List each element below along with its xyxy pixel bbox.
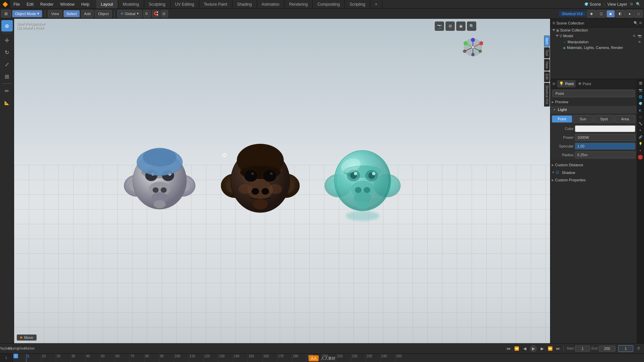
- shading-rendered-btn[interactable]: ●: [626, 10, 634, 17]
- viewport-gizmo[interactable]: [463, 37, 483, 57]
- select-menu-btn[interactable]: Select: [63, 10, 80, 17]
- marker-label[interactable]: Marker: [27, 346, 32, 351]
- proportional-btn[interactable]: ◎: [161, 10, 168, 17]
- play-btn[interactable]: ▶: [530, 345, 537, 352]
- tab-animation[interactable]: Animation: [257, 0, 284, 8]
- tab-modeling[interactable]: Modeling: [118, 0, 144, 8]
- tool-rotate[interactable]: ↻: [1, 47, 13, 58]
- view-menu-btn[interactable]: View: [48, 10, 62, 17]
- prop-point-tab-2[interactable]: ⊕Point: [576, 80, 593, 87]
- shading-solid-btn[interactable]: ■: [606, 10, 615, 17]
- tool-transform[interactable]: ⊞: [1, 71, 13, 82]
- n-tab-tool[interactable]: Tool: [544, 47, 550, 58]
- specular-input[interactable]: 1.00: [575, 143, 635, 149]
- overlay-btn[interactable]: ◉: [587, 10, 596, 17]
- n-tab-item[interactable]: Item: [544, 36, 550, 47]
- light-type-point[interactable]: Point: [552, 115, 572, 123]
- shading-material-btn[interactable]: ◐: [615, 10, 625, 17]
- playback-label[interactable]: Playback: [3, 346, 8, 351]
- tab-layout[interactable]: Layout: [96, 0, 118, 8]
- next-frame-btn[interactable]: ▶: [539, 346, 545, 351]
- menu-render[interactable]: Render: [37, 0, 57, 8]
- tab-uv-editing[interactable]: UV Editing: [170, 0, 199, 8]
- tab-add[interactable]: +: [370, 0, 382, 8]
- end-frame-input[interactable]: 250: [599, 346, 615, 352]
- color-input[interactable]: [575, 125, 635, 132]
- add-menu-btn[interactable]: Add: [81, 10, 94, 17]
- jump-end-btn[interactable]: ⏭: [555, 346, 561, 351]
- light-type-spot[interactable]: Spot: [594, 115, 614, 123]
- prop-particles-icon[interactable]: ✦: [637, 127, 643, 133]
- n-tab-edit[interactable]: Edit: [544, 71, 550, 82]
- xray-btn[interactable]: ◫: [597, 10, 606, 17]
- n-tab-shortcut[interactable]: Shortcut VUr: [544, 83, 550, 107]
- prev-frame-btn[interactable]: ◀: [522, 346, 527, 351]
- keying-label[interactable]: Keying: [11, 346, 16, 351]
- tab-texture-paint[interactable]: Texture Paint: [199, 0, 232, 8]
- tool-move[interactable]: ✛: [1, 35, 13, 46]
- manip-eye-icon[interactable]: 👁: [637, 40, 642, 44]
- viewport-shade-btn[interactable]: ◉: [456, 21, 466, 31]
- prop-scene-icon[interactable]: 🌍: [637, 101, 643, 107]
- viewport-3d[interactable]: User Perspective (1) Model | Point: [14, 19, 550, 343]
- editor-type-btn[interactable]: ⊞: [1, 10, 11, 17]
- tab-compositing[interactable]: Compositing: [313, 0, 345, 8]
- tool-scale[interactable]: ⤢: [1, 59, 13, 70]
- menu-window[interactable]: Window: [57, 0, 78, 8]
- viewport-snap-btn[interactable]: 🔍: [467, 21, 476, 31]
- prop-constraints-icon[interactable]: 🔗: [637, 134, 643, 140]
- n-tab-view[interactable]: View: [544, 59, 550, 71]
- prop-world-icon[interactable]: ◐: [637, 107, 643, 113]
- radius-input[interactable]: 0.25m: [575, 152, 635, 158]
- shadow-header[interactable]: ▼ ☑ Shadow: [550, 169, 637, 176]
- tab-rendering[interactable]: Rendering: [284, 0, 313, 8]
- camera-view-btn[interactable]: 📷: [435, 21, 444, 31]
- outliner-model[interactable]: ▽ Model 👁 📷: [550, 33, 644, 39]
- object-menu-btn[interactable]: Object: [95, 10, 112, 17]
- tab-shading[interactable]: Shading: [232, 0, 257, 8]
- outliner-materials[interactable]: ◉ Materials, Lights, Camera, Render: [550, 45, 644, 50]
- light-type-sun[interactable]: Sun: [573, 115, 593, 123]
- tool-annotate[interactable]: ✏: [1, 85, 13, 97]
- view-label[interactable]: View: [19, 346, 24, 351]
- jump-start-btn[interactable]: ⏮: [506, 346, 511, 351]
- prop-render-icon[interactable]: 🎬: [637, 80, 643, 86]
- shading-wire-btn[interactable]: □: [634, 10, 643, 17]
- prop-output-icon[interactable]: 📷: [637, 87, 643, 93]
- snapping-btn[interactable]: 🧲: [152, 10, 159, 17]
- tab-sculpting[interactable]: Sculpting: [144, 0, 170, 8]
- tool-cursor[interactable]: ⊕: [1, 20, 13, 32]
- prop-data-icon[interactable]: 💡: [637, 141, 643, 147]
- power-input[interactable]: 1000W: [575, 134, 635, 141]
- light-type-area[interactable]: Area: [615, 115, 635, 123]
- light-header[interactable]: ▼ Light: [550, 106, 637, 113]
- menu-file[interactable]: File: [10, 0, 23, 8]
- tab-scripting[interactable]: Scripting: [345, 0, 370, 8]
- prop-point-tab-1[interactable]: 💡Point: [557, 80, 576, 87]
- tool-measure[interactable]: 📐: [1, 97, 13, 109]
- menu-edit[interactable]: Edit: [23, 0, 37, 8]
- menu-help[interactable]: Help: [78, 0, 93, 8]
- custom-dist-header[interactable]: ▶ Custom Distance: [550, 162, 637, 168]
- outliner-manipulation[interactable]: ↔ Manipulation 👁: [550, 39, 644, 45]
- prop-view-layer-icon[interactable]: 🌐: [637, 94, 643, 100]
- outliner-filter-btn[interactable]: 🔍: [634, 21, 638, 25]
- prop-modifier-icon[interactable]: 🔧: [637, 121, 643, 127]
- camera-render-icon[interactable]: 📷: [637, 34, 642, 38]
- prop-material-icon[interactable]: ●: [637, 147, 643, 154]
- object-name-input[interactable]: Point: [552, 90, 635, 97]
- object-mode-btn[interactable]: Object Mode ▾: [12, 10, 42, 17]
- transform-dropdown[interactable]: ⊕ Global ▾: [117, 10, 142, 17]
- eye-icon[interactable]: 👁: [632, 34, 637, 38]
- prev-keyframe-btn[interactable]: ⏪: [514, 346, 519, 351]
- timeline-track[interactable]: 1 1 1 10 20 30 40 50 60 70 80 90 100 110…: [0, 353, 644, 362]
- pivot-btn[interactable]: ⊙: [143, 10, 151, 17]
- time-options-btn[interactable]: ⏱: [636, 346, 641, 351]
- current-frame-input[interactable]: 1: [618, 345, 633, 352]
- outliner-root[interactable]: ▣ Scene Collection: [550, 27, 644, 33]
- prop-object-icon[interactable]: ◻: [637, 114, 643, 120]
- vp-controls-btn[interactable]: ⚙: [445, 21, 455, 31]
- preview-header[interactable]: ▶ Preview: [550, 99, 637, 105]
- custom-props-header[interactable]: ▶ Custom Properties: [550, 177, 637, 183]
- outliner-settings-btn[interactable]: ⚙: [639, 21, 642, 25]
